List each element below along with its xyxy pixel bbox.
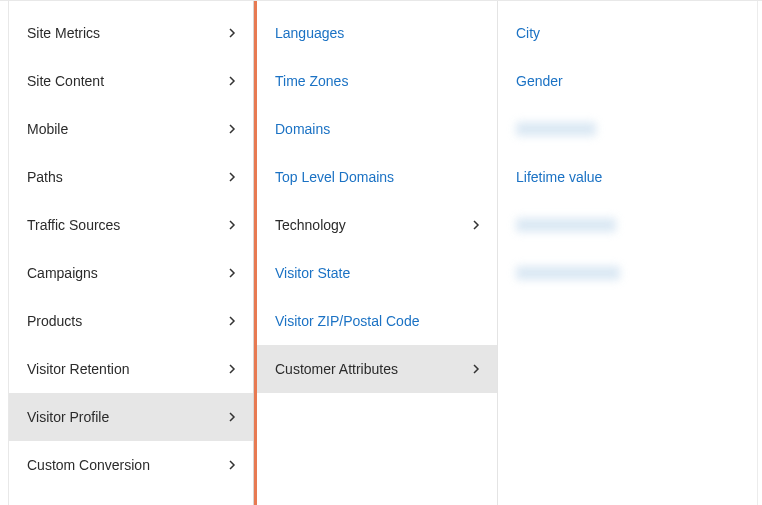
menu-item-traffic-sources[interactable]: Traffic Sources [9, 201, 253, 249]
menu-item-technology[interactable]: Technology [257, 201, 497, 249]
menu-item-label: Technology [275, 217, 346, 233]
menu-item-languages[interactable]: Languages [257, 9, 497, 57]
menu-item-label: Mobile [27, 121, 68, 137]
menu-item-customer-attributes[interactable]: Customer Attributes [257, 345, 497, 393]
menu-item-redacted-2[interactable] [498, 201, 757, 249]
menu-item-site-metrics[interactable]: Site Metrics [9, 9, 253, 57]
menu-item-label: Gender [516, 73, 563, 89]
menu-item-top-level-domains[interactable]: Top Level Domains [257, 153, 497, 201]
menu-item-products[interactable]: Products [9, 297, 253, 345]
menu-item-city[interactable]: City [498, 9, 757, 57]
menu-item-label: Top Level Domains [275, 169, 394, 185]
chevron-right-icon [227, 316, 237, 326]
menu-item-label: Lifetime value [516, 169, 602, 185]
menu-item-visitor-state[interactable]: Visitor State [257, 249, 497, 297]
menu-item-visitor-profile[interactable]: Visitor Profile [9, 393, 253, 441]
menu-item-paths[interactable]: Paths [9, 153, 253, 201]
menu-item-label: Custom Conversion [27, 457, 150, 473]
chevron-right-icon [227, 76, 237, 86]
chevron-right-icon [227, 412, 237, 422]
menu-item-label: Visitor ZIP/Postal Code [275, 313, 419, 329]
menu-item-redacted-3[interactable] [498, 249, 757, 297]
menu-item-gender[interactable]: Gender [498, 57, 757, 105]
menu-item-campaigns[interactable]: Campaigns [9, 249, 253, 297]
menu-item-label: Products [27, 313, 82, 329]
menu-item-domains[interactable]: Domains [257, 105, 497, 153]
chevron-right-icon [471, 220, 481, 230]
chevron-right-icon [227, 268, 237, 278]
menu-item-label: Traffic Sources [27, 217, 120, 233]
menu-item-mobile[interactable]: Mobile [9, 105, 253, 153]
menu-column-1: Site Metrics Site Content Mobile Paths T… [8, 1, 254, 505]
blurred-label [516, 266, 620, 280]
menu-item-time-zones[interactable]: Time Zones [257, 57, 497, 105]
menu-item-label: Languages [275, 25, 344, 41]
menu-item-label: Customer Attributes [275, 361, 398, 377]
menu-container: Site Metrics Site Content Mobile Paths T… [0, 1, 762, 505]
menu-item-label: Campaigns [27, 265, 98, 281]
chevron-right-icon [227, 364, 237, 374]
menu-item-lifetime-value[interactable]: Lifetime value [498, 153, 757, 201]
menu-item-label: Visitor Profile [27, 409, 109, 425]
chevron-right-icon [471, 364, 481, 374]
chevron-right-icon [227, 460, 237, 470]
menu-item-visitor-zip-postal-code[interactable]: Visitor ZIP/Postal Code [257, 297, 497, 345]
menu-item-label: Visitor Retention [27, 361, 129, 377]
blurred-label [516, 122, 596, 136]
menu-item-site-content[interactable]: Site Content [9, 57, 253, 105]
chevron-right-icon [227, 28, 237, 38]
menu-item-custom-conversion[interactable]: Custom Conversion [9, 441, 253, 489]
menu-item-label: Paths [27, 169, 63, 185]
chevron-right-icon [227, 220, 237, 230]
chevron-right-icon [227, 172, 237, 182]
menu-item-visitor-retention[interactable]: Visitor Retention [9, 345, 253, 393]
menu-column-3: City Gender Lifetime value [498, 1, 758, 505]
chevron-right-icon [227, 124, 237, 134]
menu-item-label: Visitor State [275, 265, 350, 281]
menu-item-label: Domains [275, 121, 330, 137]
menu-column-2: Languages Time Zones Domains Top Level D… [254, 1, 498, 505]
blurred-label [516, 218, 616, 232]
menu-item-label: Site Content [27, 73, 104, 89]
menu-item-label: Time Zones [275, 73, 348, 89]
menu-item-label: City [516, 25, 540, 41]
menu-item-label: Site Metrics [27, 25, 100, 41]
menu-item-redacted-1[interactable] [498, 105, 757, 153]
